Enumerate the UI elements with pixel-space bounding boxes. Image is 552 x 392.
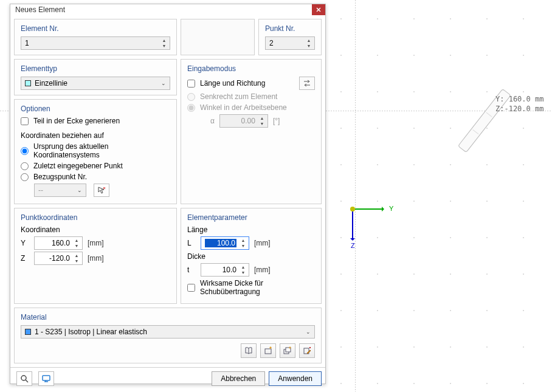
monitor-icon	[41, 374, 51, 383]
duplicate-icon	[283, 346, 292, 355]
l-unit: [mm]	[254, 239, 271, 247]
y-label: Y	[21, 239, 29, 247]
dialog-title: Neues Element	[15, 5, 65, 14]
color-swatch-icon	[25, 329, 31, 335]
chevron-up-icon[interactable]: ▲	[239, 238, 247, 243]
chevron-down-icon[interactable]: ▼	[72, 243, 81, 249]
cursor-coordinates: Y: 160.0 mm Z:-120.0 mm	[495, 94, 543, 114]
close-icon	[316, 7, 321, 12]
bezugspunkt-combo[interactable]: -- ⌄	[34, 184, 86, 197]
optionen-heading: Optionen	[21, 105, 170, 113]
magnifier-icon	[20, 374, 29, 383]
laenge-label: Länge	[187, 225, 315, 234]
chevron-up-icon[interactable]: ▲	[305, 38, 313, 43]
material-new-button[interactable]	[260, 343, 276, 358]
material-heading: Material	[21, 313, 315, 322]
apply-button[interactable]: Anwenden	[269, 371, 322, 386]
punktkoordinaten-panel: Punktkoordinaten Koordinaten Y 160.0 ▲▼ …	[14, 208, 177, 304]
z-input[interactable]: -120.0 ▲▼	[34, 252, 83, 265]
chevron-up-icon[interactable]: ▲	[72, 238, 81, 243]
svg-rect-0	[265, 349, 271, 354]
l-input[interactable]: 100.0 ▲▼	[201, 236, 249, 250]
zuletzt-radio[interactable]: Zuletzt eingegebener Punkt	[21, 162, 170, 170]
senkrecht-radio: Senkrecht zum Element	[187, 92, 315, 101]
eingabemodus-panel: Eingabemodus Länge und Richtung Senkrech…	[181, 59, 322, 204]
punkt-nr-panel: Punkt Nr. 2 ▲▼	[258, 19, 322, 55]
material-library-button[interactable]	[241, 343, 257, 358]
elementtyp-combo[interactable]: Einzellinie ⌄	[21, 77, 170, 90]
color-swatch-icon	[25, 80, 31, 86]
chevron-up-icon[interactable]: ▲	[72, 253, 81, 258]
material-duplicate-button[interactable]	[280, 343, 295, 358]
bezugspunkt-radio[interactable]: Bezugspunkt Nr.	[21, 173, 170, 181]
dialog-footer: Abbrechen Anwenden	[10, 367, 325, 390]
chevron-up-icon: ▲	[258, 115, 266, 121]
punkt-nr-heading: Punkt Nr.	[265, 24, 315, 33]
chevron-down-icon: ⌄	[161, 80, 166, 86]
axis-vertical	[355, 0, 356, 392]
close-button[interactable]	[312, 4, 325, 15]
swap-icon	[303, 80, 311, 87]
l-label: L	[187, 239, 196, 247]
teil-ecke-checkbox[interactable]: Teil in der Ecke generieren	[21, 117, 170, 125]
spacer-panel	[181, 19, 255, 55]
chevron-down-icon: ▼	[258, 121, 266, 126]
chevron-down-icon[interactable]: ▼	[305, 43, 313, 49]
elementparameter-panel: Elementparameter Länge L 100.0 ▲▼ [mm] D…	[181, 208, 322, 304]
elementparam-heading: Elementparameter	[187, 213, 315, 222]
cursor-pick-icon	[97, 186, 106, 194]
element-nr-heading: Element Nr.	[21, 24, 170, 33]
elementtyp-heading: Elementtyp	[21, 64, 170, 73]
elementtyp-panel: Elementtyp Einzellinie ⌄	[14, 59, 177, 95]
chevron-down-icon[interactable]: ▼	[239, 243, 247, 249]
alpha-unit: [°]	[273, 117, 280, 125]
swap-direction-button[interactable]	[299, 77, 315, 90]
dicke-label: Dicke	[187, 252, 315, 261]
axis-label-z: Z	[351, 242, 355, 249]
cancel-button[interactable]: Abbrechen	[212, 371, 265, 386]
material-value: 1 - S235 | Isotrop | Linear elastisch	[35, 328, 147, 336]
pick-point-button[interactable]	[94, 184, 109, 197]
wirksame-dicke-checkbox[interactable]: Wirksame Dicke für Schubübertragung	[187, 279, 315, 296]
t-input[interactable]: 10.0 ▲▼	[201, 263, 249, 277]
alpha-label: α	[210, 117, 215, 125]
chevron-down-icon: ⌄	[77, 187, 82, 193]
punktkoord-heading: Punktkoordinaten	[21, 213, 170, 222]
chevron-down-icon[interactable]: ▼	[160, 43, 168, 49]
material-combo[interactable]: 1 - S235 | Isotrop | Linear elastisch ⌄	[21, 325, 315, 339]
svg-point-4	[21, 376, 26, 380]
punkt-nr-input[interactable]: 2 ▲▼	[265, 36, 315, 50]
chevron-up-icon[interactable]: ▲	[160, 38, 168, 43]
chevron-down-icon: ⌄	[306, 329, 311, 335]
material-panel: Material 1 - S235 | Isotrop | Linear ela…	[14, 308, 322, 363]
chevron-down-icon[interactable]: ▼	[239, 270, 247, 275]
svg-rect-5	[43, 376, 50, 380]
koord-beziehen-label: Koordinaten beziehen auf	[21, 131, 170, 140]
help-button[interactable]	[16, 371, 32, 386]
y-input[interactable]: 160.0 ▲▼	[34, 236, 83, 250]
elementtyp-value: Einzellinie	[35, 79, 67, 88]
optionen-panel: Optionen Teil in der Ecke generieren Koo…	[14, 99, 177, 204]
display-settings-button[interactable]	[38, 371, 54, 386]
material-edit-button[interactable]	[299, 343, 315, 358]
koordinaten-label: Koordinaten	[21, 225, 170, 234]
chevron-up-icon[interactable]: ▲	[239, 264, 247, 270]
chevron-down-icon[interactable]: ▼	[72, 258, 81, 264]
new-element-dialog: Neues Element Element Nr. 1 ▲▼ Punkt Nr.…	[10, 4, 326, 384]
element-nr-panel: Element Nr. 1 ▲▼	[14, 19, 177, 55]
new-icon	[264, 346, 272, 355]
alpha-input: 0.00 ▲▼	[219, 114, 268, 128]
laenge-richtung-checkbox[interactable]: Länge und Richtung	[187, 79, 265, 88]
titlebar[interactable]: Neues Element	[10, 4, 325, 15]
axis-label-y: Y	[389, 205, 393, 212]
element-nr-input[interactable]: 1 ▲▼	[21, 36, 170, 50]
eingabemodus-heading: Eingabemodus	[187, 64, 315, 73]
book-icon	[244, 346, 253, 355]
z-unit: [mm]	[88, 254, 104, 263]
y-unit: [mm]	[88, 239, 104, 247]
winkel-radio: Winkel in der Arbeitsebene	[187, 103, 315, 112]
t-unit: [mm]	[254, 266, 271, 274]
edit-icon	[303, 346, 311, 355]
ursprung-radio[interactable]: Ursprung des aktuellen Koordinatensystem…	[21, 142, 170, 159]
z-label: Z	[21, 254, 29, 263]
